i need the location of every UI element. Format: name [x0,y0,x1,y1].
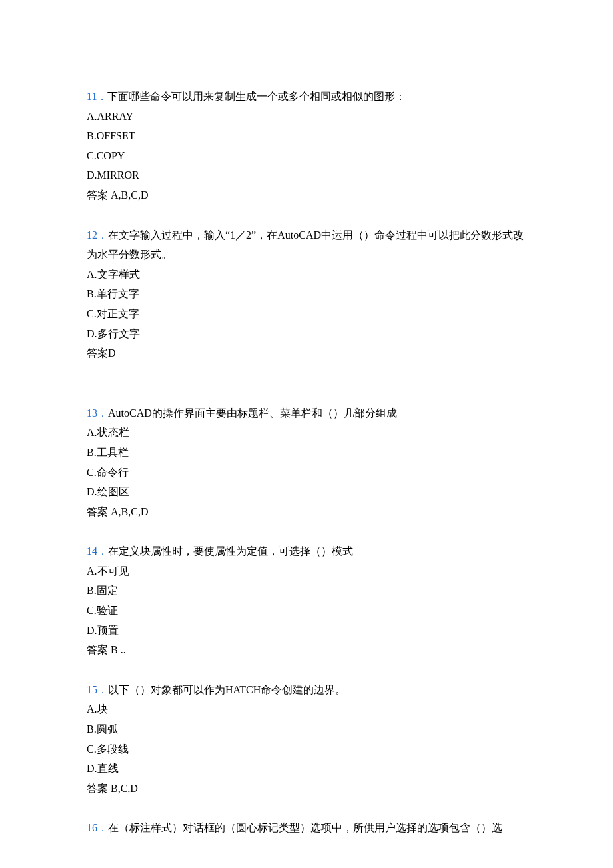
option-b: B.固定 [87,581,526,601]
answer-text: 答案D [87,343,526,363]
question-16: 16．在（标注样式）对话框的（圆心标记类型）选项中，所供用户选择的选项包含（）选 [87,818,526,838]
option-b: B.圆弧 [87,719,526,739]
question-text: 下面哪些命令可以用来复制生成一个或多个相同或相似的图形： [107,91,406,102]
question-11: 11．下面哪些命令可以用来复制生成一个或多个相同或相似的图形： A.ARRAY … [87,87,526,205]
option-c: C.多段线 [87,739,526,759]
question-number: 11． [87,91,107,102]
option-b: B.工具栏 [87,443,526,463]
option-d: D.MIRROR [87,165,526,185]
option-d: D.绘图区 [87,482,526,502]
question-14: 14．在定义块属性时，要使属性为定值，可选择（）模式 A.不可见 B.固定 C.… [87,541,526,660]
option-b: B.OFFSET [87,126,526,146]
question-12: 12．在文字输入过程中，输入“1／2”，在AutoCAD中运用（）命令过程中可以… [87,225,526,363]
answer-text: 答案 A,B,C,D [87,185,526,205]
option-b: B.单行文字 [87,284,526,304]
option-d: D.预置 [87,621,526,641]
answer-text: 答案 B .. [87,640,526,660]
question-text: 在定义块属性时，要使属性为定值，可选择（）模式 [108,545,353,557]
question-number: 14． [87,545,108,557]
question-number: 15． [87,684,108,695]
answer-text: 答案 B,C,D [87,779,526,799]
option-a: A.不可见 [87,561,526,581]
option-c: C.命令行 [87,463,526,483]
document-page: 11．下面哪些命令可以用来复制生成一个或多个相同或相似的图形： A.ARRAY … [0,0,613,868]
question-number: 12． [87,229,108,241]
answer-text: 答案 A,B,C,D [87,502,526,522]
option-c: C.COPY [87,146,526,166]
question-15: 15．以下（）对象都可以作为HATCH命令创建的边界。 A.块 B.圆弧 C.多… [87,680,526,799]
question-number: 16． [87,822,108,833]
question-text: AutoCAD的操作界面主要由标题栏、菜单栏和（）几部分组成 [108,407,397,419]
option-c: C.验证 [87,601,526,621]
question-text: 以下（）对象都可以作为HATCH命令创建的边界。 [108,684,346,695]
question-number: 13． [87,407,108,419]
option-a: A.状态栏 [87,423,526,443]
option-a: A.块 [87,699,526,719]
question-text: 在文字输入过程中，输入“1／2”，在AutoCAD中运用（）命令过程中可以把此分… [87,229,524,261]
option-d: D.多行文字 [87,324,526,344]
option-a: A.ARRAY [87,107,526,127]
question-13: 13．AutoCAD的操作界面主要由标题栏、菜单栏和（）几部分组成 A.状态栏 … [87,403,526,522]
option-c: C.对正文字 [87,304,526,324]
option-a: A.文字样式 [87,265,526,285]
question-text: 在（标注样式）对话框的（圆心标记类型）选项中，所供用户选择的选项包含（）选 [108,822,502,833]
spacer [87,383,526,403]
option-d: D.直线 [87,759,526,779]
